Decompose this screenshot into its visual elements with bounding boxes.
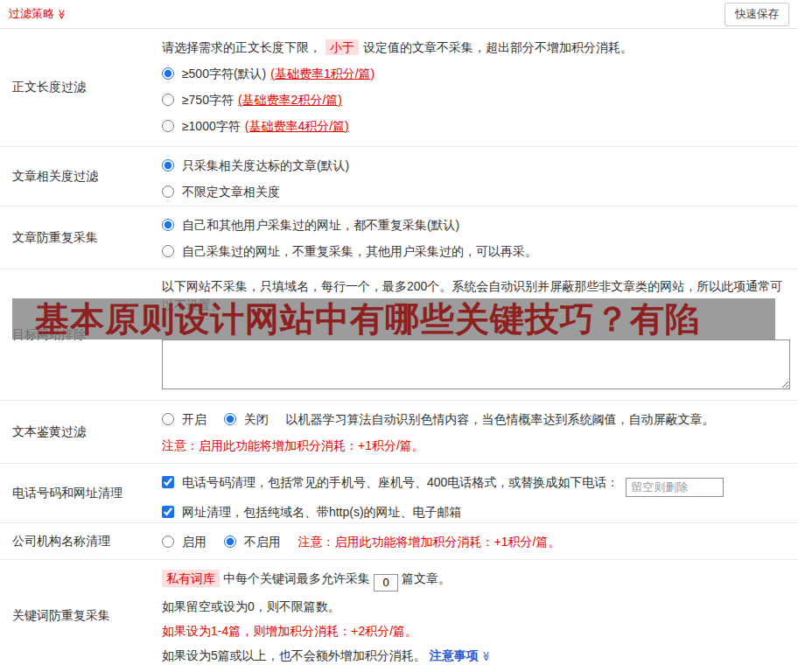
section-phone-url-clean: 电话号码和网址清理 电话号码清理，包括常见的手机号、座机号、400电话格式，或替… [0, 464, 798, 523]
company-clean-label: 公司机构名称清理 [0, 523, 153, 559]
quick-save-button[interactable]: 快速保存 [724, 3, 789, 26]
phone-url-clean-body: 电话号码清理，包括常见的手机号、座机号、400电话格式，或替换成如下电话： 网址… [153, 464, 798, 522]
url-clean-line: 网址清理，包括纯域名、带http(s)的网址、电子邮箱 [162, 500, 791, 523]
porn-on-text: 开启 [182, 412, 206, 426]
porn-filter-warning: 注意：启用此功能将增加积分消耗：+1积分/篇。 [162, 436, 791, 455]
filter-strategy-page: 过滤策略≫ 快速保存 正文长度过滤 请选择需求的正文长度下限，小于设定值的文章不… [0, 0, 798, 672]
dedup-self-only-radio[interactable] [162, 245, 174, 257]
company-on-radio[interactable] [162, 536, 174, 548]
keyword-dedup-label: 关键词防重复采集 [0, 560, 153, 672]
section-content-length: 正文长度过滤 请选择需求的正文长度下限，小于设定值的文章不采集，超出部分不增加积… [0, 29, 798, 147]
keyword-rule-cost: 如果设为1-4篇，则增加积分消耗：+2积分/篇。 [162, 621, 791, 640]
dedup-all-users-radio[interactable] [162, 219, 174, 231]
intro-text-after: 设定值的文章不采集，超出部分不增加积分消耗。 [363, 40, 633, 54]
keyword-dedup-body: 私有词库中每个关键词最多允许采集篇文章。 如果留空或设为0，则不限篇数。 如果设… [153, 560, 798, 672]
length-500-option[interactable]: ≥500字符(默认)(基础费率1积分/篇) [162, 64, 791, 83]
keyword-count-line: 私有词库中每个关键词最多允许采集篇文章。 [162, 567, 791, 592]
phone-url-clean-label: 电话号码和网址清理 [0, 464, 153, 522]
keyword-rule-five-line: 如果设为5篇或以上，也不会额外增加积分消耗。 注意事项≫ [162, 646, 791, 666]
banner-overlay-text: 基本原则设计网站中有哪些关键技巧？有陷 [12, 298, 700, 340]
relevance-any-text: 不限定文章相关度 [182, 185, 280, 199]
keyword-count-end-text: 篇文章。 [402, 571, 451, 585]
private-lexicon-tag: 私有词库 [162, 570, 220, 587]
relevance-body: 只采集相关度达标的文章(默认) 不限定文章相关度 [153, 147, 798, 206]
length-500-fee: (基础费率1积分/篇) [270, 66, 374, 80]
porn-on-radio[interactable] [162, 413, 174, 425]
porn-off-radio[interactable] [224, 413, 236, 425]
length-750-text: ≥750字符 [182, 93, 234, 107]
content-length-body: 请选择需求的正文长度下限，小于设定值的文章不采集，超出部分不增加积分消耗。 ≥5… [153, 29, 798, 146]
porn-filter-label: 文本鉴黄过滤 [0, 401, 153, 463]
less-than-highlight: 小于 [326, 39, 359, 55]
section-dedup: 文章防重复采集 自己和其他用户采集过的网址，都不重复采集(默认) 自己采集过的网… [0, 206, 798, 270]
porn-off-text: 关闭 [244, 412, 269, 426]
company-clean-body: 启用 不启用 注意：启用此功能将增加积分消耗：+1积分/篇。 [153, 523, 798, 559]
relevance-any-radio[interactable] [162, 186, 174, 198]
page-title[interactable]: 过滤策略≫ [9, 6, 67, 22]
section-porn-filter: 文本鉴黄过滤 开启 关闭 以机器学习算法自动识别色情内容，当色情概率达到系统阈值… [0, 401, 798, 464]
chevron-down-icon: ≫ [56, 10, 67, 20]
relevance-strict-radio[interactable] [162, 159, 174, 172]
length-750-option[interactable]: ≥750字符(基础费率2积分/篇) [162, 90, 791, 109]
dedup-all-users-option[interactable]: 自己和其他用户采集过的网址，都不重复采集(默认) [162, 215, 791, 234]
relevance-strict-option[interactable]: 只采集相关度达标的文章(默认) [162, 156, 791, 175]
length-500-radio[interactable] [162, 67, 174, 80]
keyword-count-mid-text: 中每个关键词最多允许采集 [223, 571, 370, 585]
url-clean-checkbox[interactable] [162, 506, 174, 518]
length-750-fee: (基础费率2积分/篇) [238, 93, 342, 107]
keyword-rule-unlimited: 如果留空或设为0，则不限篇数。 [162, 597, 791, 616]
dedup-label: 文章防重复采集 [0, 206, 153, 269]
url-clean-option[interactable]: 网址清理，包括纯域名、带http(s)的网址、电子邮箱 [162, 505, 462, 519]
notice-link[interactable]: 注意事项 [430, 648, 479, 662]
keyword-rule-five-text: 如果设为5篇或以上，也不会额外增加积分消耗。 [162, 648, 426, 662]
relevance-label: 文章相关度过滤 [0, 147, 153, 206]
dedup-self-only-text: 自己采集过的网址，不重复采集，其他用户采集过的，可以再采。 [182, 244, 537, 258]
banner-overlay: 基本原则设计网站中有哪些关键技巧？有陷 [12, 298, 775, 340]
intro-text-before: 请选择需求的正文长度下限， [162, 40, 321, 54]
company-on-text: 启用 [182, 535, 206, 549]
url-clean-text: 网址清理，包括纯域名、带http(s)的网址、电子邮箱 [182, 505, 462, 519]
company-off-option[interactable]: 不启用 [224, 535, 284, 549]
length-750-radio[interactable] [162, 94, 174, 106]
company-off-text: 不启用 [244, 535, 281, 549]
porn-filter-options: 开启 关闭 以机器学习算法自动识别色情内容，当色情概率达到系统阈值，自动屏蔽文章… [162, 410, 791, 429]
porn-filter-body: 开启 关闭 以机器学习算法自动识别色情内容，当色情概率达到系统阈值，自动屏蔽文章… [153, 401, 798, 463]
dedup-body: 自己和其他用户采集过的网址，都不重复采集(默认) 自己采集过的网址，不重复采集，… [153, 206, 798, 269]
length-1000-radio[interactable] [162, 120, 174, 132]
chevron-down-icon: ≫ [476, 651, 495, 662]
dedup-all-users-text: 自己和其他用户采集过的网址，都不重复采集(默认) [182, 218, 459, 232]
company-on-option[interactable]: 启用 [162, 535, 210, 549]
page-title-text: 过滤策略 [9, 7, 54, 20]
phone-clean-text: 电话号码清理，包括常见的手机号、座机号、400电话格式，或替换成如下电话： [182, 475, 619, 489]
keyword-count-input[interactable] [374, 574, 398, 592]
porn-on-option[interactable]: 开启 [162, 412, 210, 426]
relevance-strict-text: 只采集相关度达标的文章(默认) [182, 158, 349, 172]
section-keyword-dedup: 关键词防重复采集 私有词库中每个关键词最多允许采集篇文章。 如果留空或设为0，则… [0, 560, 798, 672]
length-500-text: ≥500字符(默认) [182, 66, 266, 80]
porn-filter-description: 以机器学习算法自动识别色情内容，当色情概率达到系统阈值，自动屏蔽文章。 [286, 412, 715, 426]
page-header: 过滤策略≫ 快速保存 [0, 0, 798, 29]
section-company-clean: 公司机构名称清理 启用 不启用 注意：启用此功能将增加积分消耗：+1积分/篇。 [0, 523, 798, 560]
company-clean-warning: 注意：启用此功能将增加积分消耗：+1积分/篇。 [298, 535, 561, 549]
company-clean-options: 启用 不启用 注意：启用此功能将增加积分消耗：+1积分/篇。 [162, 532, 791, 551]
content-length-intro: 请选择需求的正文长度下限，小于设定值的文章不采集，超出部分不增加积分消耗。 [162, 38, 791, 57]
section-relevance: 文章相关度过滤 只采集相关度达标的文章(默认) 不限定文章相关度 [0, 147, 798, 206]
site-exclude-textarea[interactable] [162, 340, 790, 389]
length-1000-fee: (基础费率4积分/篇) [245, 119, 349, 133]
company-off-radio[interactable] [224, 536, 236, 548]
dedup-self-only-option[interactable]: 自己采集过的网址，不重复采集，其他用户采集过的，可以再采。 [162, 242, 791, 261]
content-length-label: 正文长度过滤 [0, 29, 153, 146]
porn-off-option[interactable]: 关闭 [224, 412, 272, 426]
length-1000-text: ≥1000字符 [182, 119, 241, 133]
length-1000-option[interactable]: ≥1000字符(基础费率4积分/篇) [162, 116, 791, 136]
phone-clean-checkbox[interactable] [162, 476, 174, 488]
phone-clean-option[interactable]: 电话号码清理，包括常见的手机号、座机号、400电话格式，或替换成如下电话： [162, 475, 622, 489]
phone-clean-line: 电话号码清理，包括常见的手机号、座机号、400电话格式，或替换成如下电话： [162, 471, 791, 497]
replacement-phone-input[interactable] [626, 478, 724, 497]
relevance-any-option[interactable]: 不限定文章相关度 [162, 182, 791, 201]
